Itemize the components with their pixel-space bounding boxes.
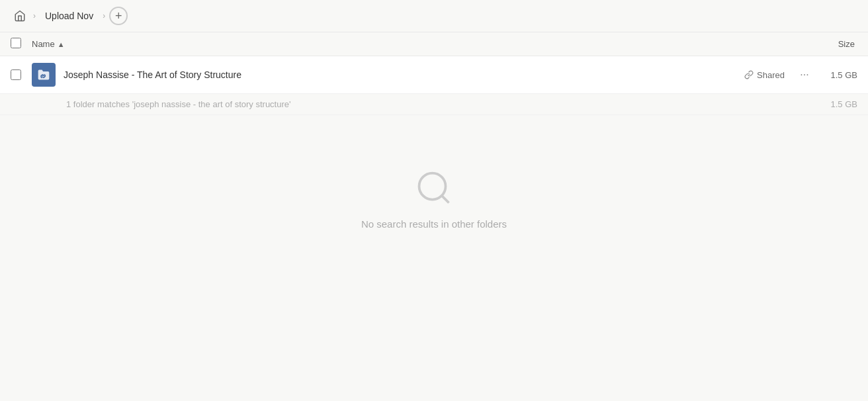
match-info-row: 1 folder matches 'joseph nassise - the a… [0,94,868,115]
breadcrumb-bar: › Upload Nov › + [0,0,868,32]
breadcrumb-upload-nov[interactable]: Upload Nov [40,8,99,24]
row-checkbox[interactable] [11,69,21,80]
match-info-text: 1 folder matches 'joseph nassise - the a… [66,99,831,109]
size-column-header: Size [838,39,857,49]
shared-badge: Shared [744,70,785,80]
link-icon [744,70,754,79]
sort-ascending-icon: ▲ [58,40,65,48]
folder-icon [32,63,56,87]
add-button[interactable]: + [109,7,128,25]
more-options-button[interactable]: ··· [795,66,814,84]
select-all-checkbox[interactable] [11,38,26,50]
no-results-message: No search results in other folders [361,218,507,230]
breadcrumb-separator: › [33,11,36,21]
row-checkbox-container[interactable] [11,69,26,80]
column-headers: Name ▲ Size [0,32,868,56]
match-info-size: 1.5 GB [831,99,857,109]
name-column-header[interactable]: Name ▲ [32,39,838,49]
svg-line-2 [442,196,449,203]
no-results-search-icon [414,168,454,208]
svg-point-1 [419,173,446,200]
empty-state: No search results in other folders [0,115,868,256]
select-all-input[interactable] [11,38,21,48]
file-size: 1.5 GB [824,70,857,80]
table-row[interactable]: Joseph Nassise - The Art of Story Struct… [0,56,868,94]
file-name: Joseph Nassise - The Art of Story Struct… [64,69,744,80]
home-button[interactable] [11,7,29,25]
breadcrumb-separator-2: › [103,11,105,21]
